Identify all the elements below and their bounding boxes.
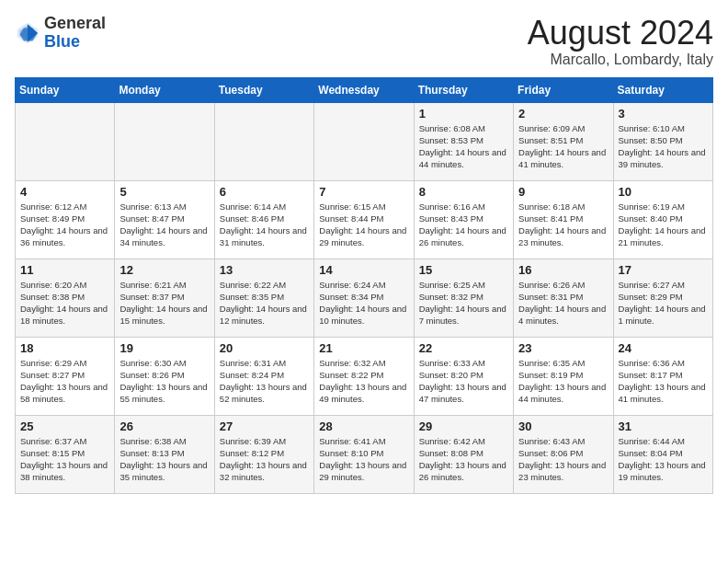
day-number: 13 <box>220 263 309 277</box>
day-number: 17 <box>619 263 708 277</box>
logo-blue: Blue <box>44 32 80 51</box>
day-info: Sunrise: 6:35 AM Sunset: 8:19 PM Dayligh… <box>518 357 608 406</box>
day-info: Sunrise: 6:18 AM Sunset: 8:41 PM Dayligh… <box>518 201 608 249</box>
logo-general: General <box>44 14 106 32</box>
calendar-cell <box>314 102 414 180</box>
calendar-cell: 17Sunrise: 6:27 AM Sunset: 8:29 PM Dayli… <box>613 259 712 337</box>
calendar-cell: 23Sunrise: 6:35 AM Sunset: 8:19 PM Dayli… <box>514 337 613 415</box>
day-number: 5 <box>119 185 209 199</box>
day-info: Sunrise: 6:21 AM Sunset: 8:37 PM Dayligh… <box>119 279 209 327</box>
calendar-cell: 28Sunrise: 6:41 AM Sunset: 8:10 PM Dayli… <box>314 415 414 493</box>
calendar-cell: 2Sunrise: 6:09 AM Sunset: 8:51 PM Daylig… <box>514 102 613 180</box>
day-header-sunday: Sunday <box>16 77 115 102</box>
day-number: 2 <box>518 107 608 121</box>
day-info: Sunrise: 6:24 AM Sunset: 8:34 PM Dayligh… <box>319 279 408 327</box>
calendar-cell: 11Sunrise: 6:20 AM Sunset: 8:38 PM Dayli… <box>16 259 115 337</box>
calendar-cell: 31Sunrise: 6:44 AM Sunset: 8:04 PM Dayli… <box>613 415 712 493</box>
calendar-cell: 22Sunrise: 6:33 AM Sunset: 8:20 PM Dayli… <box>414 337 513 415</box>
day-header-thursday: Thursday <box>414 77 513 102</box>
logo: General Blue <box>15 15 106 52</box>
day-number: 9 <box>518 185 608 199</box>
day-number: 8 <box>419 185 508 199</box>
day-info: Sunrise: 6:31 AM Sunset: 8:24 PM Dayligh… <box>220 357 309 406</box>
day-number: 23 <box>518 341 608 355</box>
calendar-cell <box>16 102 115 180</box>
calendar-cell: 24Sunrise: 6:36 AM Sunset: 8:17 PM Dayli… <box>613 337 712 415</box>
day-info: Sunrise: 6:14 AM Sunset: 8:46 PM Dayligh… <box>220 201 309 249</box>
calendar-cell: 20Sunrise: 6:31 AM Sunset: 8:24 PM Dayli… <box>214 337 313 415</box>
header-row: SundayMondayTuesdayWednesdayThursdayFrid… <box>16 77 713 102</box>
calendar-table: SundayMondayTuesdayWednesdayThursdayFrid… <box>15 77 713 494</box>
calendar-cell: 5Sunrise: 6:13 AM Sunset: 8:47 PM Daylig… <box>115 180 214 259</box>
calendar-cell <box>115 102 214 180</box>
calendar-cell: 19Sunrise: 6:30 AM Sunset: 8:26 PM Dayli… <box>115 337 214 415</box>
logo-icon <box>15 20 40 46</box>
day-header-monday: Monday <box>115 77 214 102</box>
day-info: Sunrise: 6:27 AM Sunset: 8:29 PM Dayligh… <box>619 279 708 327</box>
week-row-1: 1Sunrise: 6:08 AM Sunset: 8:53 PM Daylig… <box>16 102 713 180</box>
day-number: 26 <box>119 419 209 433</box>
day-number: 21 <box>319 341 408 355</box>
day-info: Sunrise: 6:09 AM Sunset: 8:51 PM Dayligh… <box>518 122 608 171</box>
calendar-cell: 27Sunrise: 6:39 AM Sunset: 8:12 PM Dayli… <box>214 415 313 493</box>
calendar-cell: 1Sunrise: 6:08 AM Sunset: 8:53 PM Daylig… <box>414 102 513 180</box>
day-number: 18 <box>20 341 109 355</box>
day-info: Sunrise: 6:25 AM Sunset: 8:32 PM Dayligh… <box>419 279 508 327</box>
calendar-cell: 12Sunrise: 6:21 AM Sunset: 8:37 PM Dayli… <box>115 259 214 337</box>
day-number: 31 <box>619 419 708 433</box>
day-info: Sunrise: 6:29 AM Sunset: 8:27 PM Dayligh… <box>20 357 109 406</box>
calendar-cell: 16Sunrise: 6:26 AM Sunset: 8:31 PM Dayli… <box>514 259 613 337</box>
day-number: 27 <box>220 419 309 433</box>
calendar-cell: 30Sunrise: 6:43 AM Sunset: 8:06 PM Dayli… <box>514 415 613 493</box>
day-info: Sunrise: 6:41 AM Sunset: 8:10 PM Dayligh… <box>319 435 408 484</box>
day-number: 14 <box>319 263 408 277</box>
day-info: Sunrise: 6:38 AM Sunset: 8:13 PM Dayligh… <box>119 435 209 484</box>
day-info: Sunrise: 6:16 AM Sunset: 8:43 PM Dayligh… <box>419 201 508 249</box>
day-number: 6 <box>220 185 309 199</box>
day-number: 7 <box>319 185 408 199</box>
week-row-5: 25Sunrise: 6:37 AM Sunset: 8:15 PM Dayli… <box>16 415 713 493</box>
day-number: 4 <box>20 185 109 199</box>
day-info: Sunrise: 6:10 AM Sunset: 8:50 PM Dayligh… <box>619 122 708 171</box>
day-number: 29 <box>419 419 508 433</box>
day-number: 1 <box>419 107 508 121</box>
calendar-cell: 9Sunrise: 6:18 AM Sunset: 8:41 PM Daylig… <box>514 180 613 259</box>
day-info: Sunrise: 6:20 AM Sunset: 8:38 PM Dayligh… <box>20 279 109 327</box>
day-header-tuesday: Tuesday <box>214 77 313 102</box>
day-header-wednesday: Wednesday <box>314 77 414 102</box>
week-row-3: 11Sunrise: 6:20 AM Sunset: 8:38 PM Dayli… <box>16 259 713 337</box>
day-number: 24 <box>619 341 708 355</box>
day-info: Sunrise: 6:08 AM Sunset: 8:53 PM Dayligh… <box>419 122 508 171</box>
day-info: Sunrise: 6:19 AM Sunset: 8:40 PM Dayligh… <box>619 201 708 249</box>
day-info: Sunrise: 6:32 AM Sunset: 8:22 PM Dayligh… <box>319 357 408 406</box>
calendar-cell: 7Sunrise: 6:15 AM Sunset: 8:44 PM Daylig… <box>314 180 414 259</box>
day-number: 28 <box>319 419 408 433</box>
calendar-cell: 8Sunrise: 6:16 AM Sunset: 8:43 PM Daylig… <box>414 180 513 259</box>
calendar-cell: 13Sunrise: 6:22 AM Sunset: 8:35 PM Dayli… <box>214 259 313 337</box>
calendar-cell: 25Sunrise: 6:37 AM Sunset: 8:15 PM Dayli… <box>16 415 115 493</box>
logo-text: General Blue <box>44 15 106 52</box>
page-header: General Blue August 2024 Marcallo, Lomba… <box>15 15 713 68</box>
calendar-cell: 14Sunrise: 6:24 AM Sunset: 8:34 PM Dayli… <box>314 259 414 337</box>
day-info: Sunrise: 6:44 AM Sunset: 8:04 PM Dayligh… <box>619 435 708 484</box>
calendar-cell <box>214 102 313 180</box>
day-info: Sunrise: 6:22 AM Sunset: 8:35 PM Dayligh… <box>220 279 309 327</box>
calendar-cell: 4Sunrise: 6:12 AM Sunset: 8:49 PM Daylig… <box>16 180 115 259</box>
week-row-2: 4Sunrise: 6:12 AM Sunset: 8:49 PM Daylig… <box>16 180 713 259</box>
day-info: Sunrise: 6:36 AM Sunset: 8:17 PM Dayligh… <box>619 357 708 406</box>
calendar-cell: 18Sunrise: 6:29 AM Sunset: 8:27 PM Dayli… <box>16 337 115 415</box>
day-info: Sunrise: 6:42 AM Sunset: 8:08 PM Dayligh… <box>419 435 508 484</box>
week-row-4: 18Sunrise: 6:29 AM Sunset: 8:27 PM Dayli… <box>16 337 713 415</box>
day-info: Sunrise: 6:37 AM Sunset: 8:15 PM Dayligh… <box>20 435 109 484</box>
day-number: 19 <box>119 341 209 355</box>
calendar-cell: 29Sunrise: 6:42 AM Sunset: 8:08 PM Dayli… <box>414 415 513 493</box>
day-number: 3 <box>619 107 708 121</box>
calendar-cell: 6Sunrise: 6:14 AM Sunset: 8:46 PM Daylig… <box>214 180 313 259</box>
calendar-cell: 21Sunrise: 6:32 AM Sunset: 8:22 PM Dayli… <box>314 337 414 415</box>
day-info: Sunrise: 6:15 AM Sunset: 8:44 PM Dayligh… <box>319 201 408 249</box>
calendar-cell: 26Sunrise: 6:38 AM Sunset: 8:13 PM Dayli… <box>115 415 214 493</box>
calendar-cell: 3Sunrise: 6:10 AM Sunset: 8:50 PM Daylig… <box>613 102 712 180</box>
day-number: 15 <box>419 263 508 277</box>
day-header-saturday: Saturday <box>613 77 712 102</box>
day-number: 25 <box>20 419 109 433</box>
